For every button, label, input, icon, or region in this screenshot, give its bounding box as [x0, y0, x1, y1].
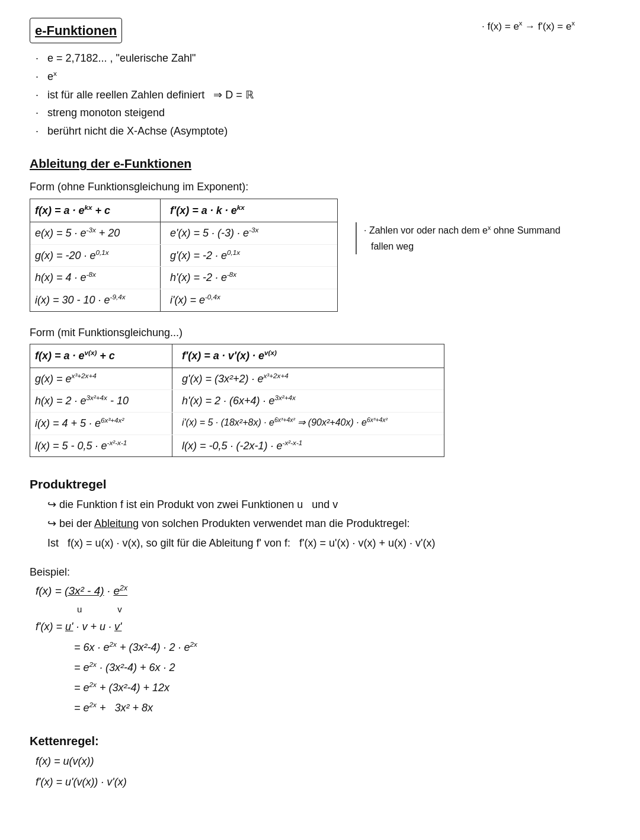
form2-label: Form (mit Funktionsgleichung...): [30, 324, 610, 342]
form1-row-2: g(x) = -20 · e0,1x g'(x) = -2 · e0,1x: [30, 245, 337, 267]
form2-row-1: g(x) = ex³+2x+4 g'(x) = (3x²+2) · ex³+2x…: [30, 368, 444, 391]
ableitung-title: Ableitung der e-Funktionen: [30, 153, 610, 174]
form1-right-header: f'(x) = a · k · ekx: [161, 199, 249, 222]
form2-row-3-left: i(x) = 4 + 5 · e6x³+4x²: [30, 413, 172, 435]
main-title: e-Funktionen: [30, 18, 122, 43]
page-content: e-Funktionen · f(x) = ex → f'(x) = ex · …: [30, 18, 610, 792]
form1-table: f(x) = a · ekx + c f'(x) = a · k · ekx e…: [30, 199, 338, 312]
form2-row-2-right: h'(x) = 2 · (6x+4) · e3x²+4x: [172, 390, 300, 412]
form2-row-4-left: l(x) = 5 - 0,5 · e-x²-x-1: [30, 435, 172, 457]
beispiel-steps: f'(x) = u' · v + u · v' = 6x · e2x + (3x…: [36, 617, 610, 718]
form2-row-1-right: g'(x) = (3x²+2) · ex³+2x+4: [172, 368, 293, 390]
form2-table: f(x) = a · ev(x) + c f'(x) = a · v'(x) ·…: [30, 344, 444, 457]
form2-row-2: h(x) = 2 · e3x²+4x - 10 h'(x) = 2 · (6x+…: [30, 390, 444, 413]
form2-right-header: f'(x) = a · v'(x) · ev(x): [172, 344, 281, 368]
form1-row-2-left: g(x) = -20 · e0,1x: [30, 245, 161, 267]
form1-header: f(x) = a · ekx + c f'(x) = a · k · ekx: [30, 199, 337, 223]
beispiel-formula: f(x) = (3x² - 4) · e2x: [36, 582, 610, 601]
form1-label: Form (ohne Funktionsgleichung im Exponen…: [30, 178, 610, 196]
form1-row-1-right: e'(x) = 5 · (-3) · e-3x: [161, 222, 263, 244]
produktregel-content: ↪ die Funktion f ist ein Produkt von zwe…: [47, 495, 610, 552]
intro-bullets: · e = 2,7182... , "eulerische Zahl" · ex…: [30, 49, 610, 140]
form2-left-header: f(x) = a · ev(x) + c: [30, 344, 172, 368]
beispiel-section: Beispiel: f(x) = (3x² - 4) · e2x u v f'(…: [30, 563, 610, 718]
beispiel-title: Beispiel:: [30, 563, 610, 582]
bullet-1: · e = 2,7182... , "eulerische Zahl": [36, 49, 610, 68]
form2-row-3-right: i'(x) = 5 · (18x²+8x) · e6x³+4x² ⇒ (90x²…: [172, 413, 392, 435]
bullet-4: · streng monoton steigend: [36, 104, 610, 122]
form1-row-1: e(x) = 5 · e-3x + 20 e'(x) = 5 · (-3) · …: [30, 222, 337, 245]
form1-note: · Zahlen vor oder nach dem ex ohne Summa…: [356, 222, 561, 254]
form1-row-3: h(x) = 4 · e-8x h'(x) = -2 · e-8x: [30, 267, 337, 289]
produktregel-title: Produktregel: [30, 474, 610, 495]
form1-left-header: f(x) = a · ekx + c: [30, 199, 161, 222]
form2-row-4: l(x) = 5 - 0,5 · e-x²-x-1 l(x) = -0,5 · …: [30, 435, 444, 457]
form1-row-4: i(x) = 30 - 10 · e-9,4x i'(x) = e-0,4x: [30, 289, 337, 311]
form2-row-1-left: g(x) = ex³+2x+4: [30, 368, 172, 390]
form1-row-3-right: h'(x) = -2 · e-8x: [161, 267, 241, 289]
form2-row-2-left: h(x) = 2 · e3x²+4x - 10: [30, 390, 172, 412]
form2-row-3: i(x) = 4 + 5 · e6x³+4x² i'(x) = 5 · (18x…: [30, 413, 444, 435]
form1-container: f(x) = a · ekx + c f'(x) = a · k · ekx e…: [30, 199, 610, 312]
bullet-5: · berührt nicht die X-Achse (Asymptote): [36, 122, 610, 140]
kettenregel-content: f(x) = u(v(x)) f'(x) = u'(v(x)) · v'(x): [36, 751, 610, 791]
bullet-2: · ex: [36, 68, 610, 86]
form1-row-1-left: e(x) = 5 · e-3x + 20: [30, 222, 161, 244]
produktregel-section: Produktregel ↪ die Funktion f ist ein Pr…: [30, 474, 610, 552]
beispiel-uv-labels: u v: [77, 602, 610, 617]
header-section: e-Funktionen · f(x) = ex → f'(x) = ex: [30, 18, 610, 46]
form1-row-4-right: i'(x) = e-0,4x: [161, 289, 225, 311]
right-formula: · f(x) = ex → f'(x) = ex: [482, 18, 575, 36]
form2-header: f(x) = a · ev(x) + c f'(x) = a · v'(x) ·…: [30, 344, 444, 368]
form1-row-2-right: g'(x) = -2 · e0,1x: [161, 245, 245, 267]
form1-row-3-left: h(x) = 4 · e-8x: [30, 267, 161, 289]
form2-container: f(x) = a · ev(x) + c f'(x) = a · v'(x) ·…: [30, 344, 610, 457]
ableitung-section: Ableitung der e-Funktionen: [30, 153, 610, 174]
form1-row-4-left: i(x) = 30 - 10 · e-9,4x: [30, 289, 161, 311]
form2-row-4-right: l(x) = -0,5 · (-2x-1) · e-x²-x-1: [172, 435, 307, 457]
bullet-3: · ist für alle reellen Zahlen definiert …: [36, 86, 610, 104]
kettenregel-section: Kettenregel: f(x) = u(v(x)) f'(x) = u'(v…: [30, 731, 610, 791]
kettenregel-title: Kettenregel:: [30, 731, 610, 751]
